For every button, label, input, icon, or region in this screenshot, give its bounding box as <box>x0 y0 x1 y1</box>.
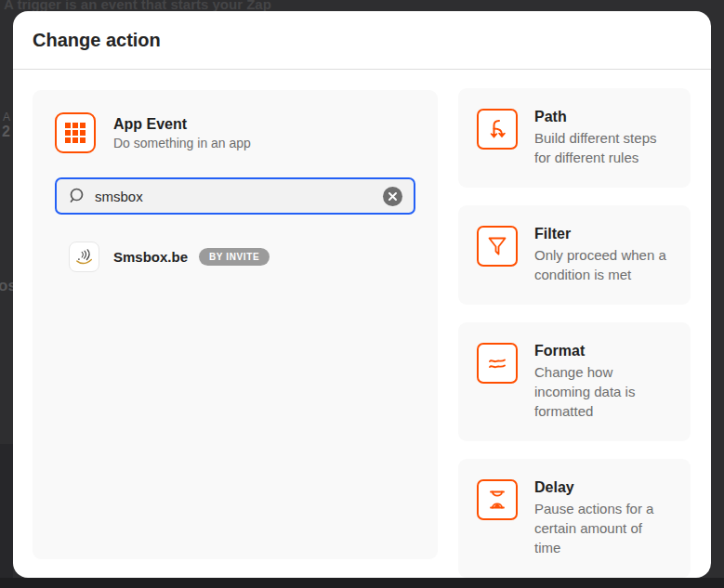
card-description: Build different steps for different rule… <box>534 128 672 167</box>
builtin-actions-column: Path Build different steps for different… <box>458 88 691 578</box>
app-event-panel: App Event Do something in an app <box>33 90 438 559</box>
page-title: Change action <box>33 30 161 51</box>
app-event-header: App Event Do something in an app <box>55 112 415 153</box>
card-title: Filter <box>534 226 672 242</box>
clear-search-button[interactable] <box>383 187 402 206</box>
card-description: Change how incoming data is formatted <box>534 362 672 421</box>
app-search-input[interactable] <box>95 189 383 204</box>
modal-header: Change action <box>13 11 711 70</box>
background-fragment: 2 <box>2 124 10 140</box>
format-card[interactable]: Format Change how incoming data is forma… <box>458 322 691 441</box>
path-card[interactable]: Path Build different steps for different… <box>458 88 691 188</box>
card-description: Pause actions for a certain amount of ti… <box>534 499 672 557</box>
card-title: Path <box>534 109 672 125</box>
change-action-modal: Change action App Event Do something in … <box>13 11 711 578</box>
background-fragment: A <box>3 111 10 124</box>
background-block <box>0 444 13 588</box>
result-app-name: Smsbox.be <box>113 249 188 265</box>
path-icon <box>477 109 518 150</box>
format-icon <box>477 343 518 384</box>
delay-card[interactable]: Delay Pause actions for a certain amount… <box>458 459 691 578</box>
app-event-title: App Event <box>113 116 251 133</box>
close-icon <box>388 191 398 202</box>
smsbox-logo <box>69 242 99 272</box>
card-description: Only proceed when a condition is met <box>534 245 672 284</box>
app-event-grid-icon <box>55 112 96 153</box>
card-title: Delay <box>534 479 672 496</box>
by-invite-badge: BY INVITE <box>199 248 270 266</box>
delay-icon <box>477 479 518 520</box>
search-result-smsbox[interactable]: Smsbox.be BY INVITE <box>55 242 415 272</box>
card-title: Format <box>534 343 672 359</box>
background-footer-band <box>0 578 724 588</box>
filter-card[interactable]: Filter Only proceed when a condition is … <box>458 205 691 305</box>
filter-icon <box>477 226 518 267</box>
search-icon <box>68 187 86 205</box>
app-event-subtitle: Do something in an app <box>113 136 251 150</box>
app-search-box[interactable] <box>55 177 415 215</box>
